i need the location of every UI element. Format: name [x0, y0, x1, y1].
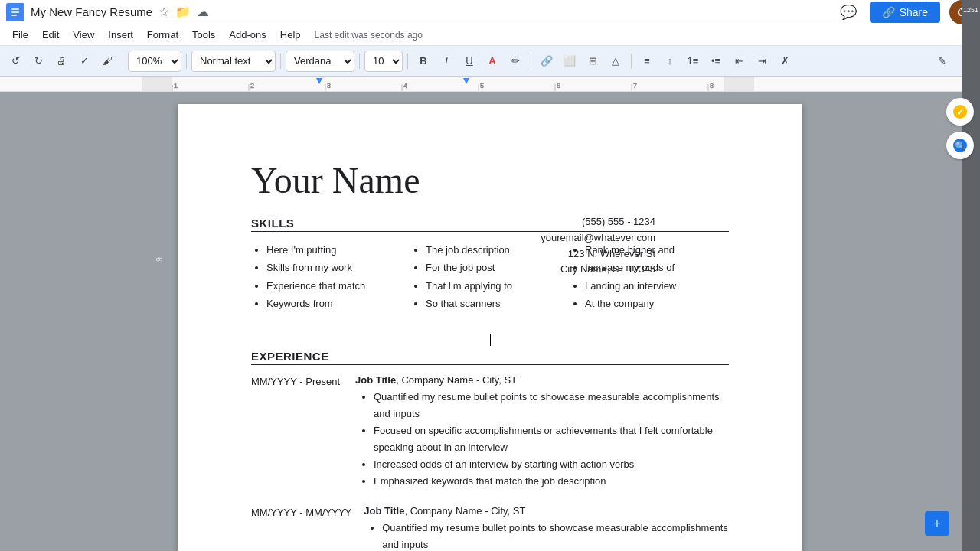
zoom-select[interactable]: 100% 75% 150%	[128, 51, 181, 72]
share-icon: 🔗	[882, 6, 895, 18]
menu-file[interactable]: File	[6, 28, 34, 42]
skills-title: SKILLS	[251, 217, 729, 232]
page-area[interactable]: ☰ 2 3 4 5 6 Your Name (555) 555 - 1234 y…	[0, 92, 980, 551]
insert-drawing-button[interactable]: △	[605, 51, 626, 72]
menu-bar: File Edit View Insert Format Tools Add-o…	[0, 24, 980, 46]
svg-text:✓: ✓	[956, 107, 964, 118]
paint-format-button[interactable]: 🖌	[96, 51, 118, 72]
separator	[186, 54, 187, 69]
title-bar: My New Fancy Resume ☆ 📁 ☁ 💬 🔗 Share G	[0, 0, 980, 24]
explore-icon[interactable]: 🔍	[946, 132, 974, 159]
menu-insert[interactable]: Insert	[102, 28, 139, 42]
resume-header: Your Name (555) 555 - 1234 youremail@wha…	[251, 159, 729, 201]
phone: (555) 555 - 1234	[541, 214, 655, 230]
address2: City Name, ST 12345	[541, 262, 655, 278]
svg-text:2: 2	[250, 82, 254, 90]
right-sidebar: ✓ 🔍	[940, 92, 980, 165]
job-dates-1: MM/YYYY - Present	[251, 374, 343, 491]
email: youremail@whatever.com	[541, 230, 655, 246]
menu-tools[interactable]: Tools	[186, 28, 221, 42]
redo-button[interactable]: ↻	[28, 51, 49, 72]
cloud-icon[interactable]: ☁	[197, 5, 209, 19]
job-title-1: Job Title, Company Name - City, ST	[355, 374, 729, 386]
svg-text:4: 4	[403, 82, 407, 90]
spelling-check-icon[interactable]: ✓	[946, 98, 974, 126]
menu-edit[interactable]: Edit	[36, 28, 65, 42]
separator	[531, 54, 531, 69]
job-dates-2: MM/YYYY - MM/YYYY	[251, 505, 351, 551]
insert-image-button[interactable]: ⬜	[559, 51, 580, 72]
doc-icon	[6, 3, 24, 21]
skill-item: Skills from my work	[266, 259, 410, 276]
text-color-button[interactable]: A	[482, 51, 503, 72]
skills-grid: Here I'm putting Skills from my work Exp…	[251, 241, 729, 313]
svg-text:3: 3	[327, 82, 331, 90]
bullet-list-button[interactable]: •≡	[705, 51, 727, 72]
numbered-list-button[interactable]: 1≡	[682, 51, 704, 72]
bullet-item: Quantified my resume bullet points to sh…	[382, 520, 729, 551]
align-button[interactable]: ≡	[636, 51, 658, 72]
share-button[interactable]: 🔗 Share	[870, 2, 940, 23]
job-bullets-2: Quantified my resume bullet points to sh…	[364, 520, 729, 551]
undo-button[interactable]: ↺	[5, 51, 26, 72]
job-company-2: , Company Name - City, ST	[404, 505, 525, 517]
address1: 123 N. Wherever St	[541, 246, 655, 262]
print-button[interactable]: 🖨	[51, 51, 72, 72]
skill-item: Here I'm putting	[266, 241, 410, 259]
document-title[interactable]: My New Fancy Resume	[31, 5, 152, 18]
job-details-2: Job Title, Company Name - City, ST Quant…	[364, 505, 729, 551]
menu-help[interactable]: Help	[274, 28, 307, 42]
separator	[631, 54, 632, 69]
cursor-area[interactable]	[251, 331, 729, 347]
svg-rect-3	[11, 15, 17, 16]
skill-item: That I'm applying to	[426, 277, 570, 295]
menu-view[interactable]: View	[67, 28, 100, 42]
bullet-item: Focused on specific accomplishments or a…	[374, 422, 729, 456]
bullet-item: Emphasized keywords that match the job d…	[374, 473, 729, 490]
skill-item: Landing an interview	[585, 277, 729, 295]
underline-button[interactable]: U	[459, 51, 480, 72]
spellcheck-button[interactable]: ✓	[74, 51, 95, 72]
star-icon[interactable]: ☆	[158, 5, 169, 19]
line-spacing-button[interactable]: ↕	[659, 51, 681, 72]
edit-mode-button[interactable]: ✎	[931, 51, 952, 72]
separator	[359, 54, 360, 69]
insert-table-button[interactable]: ⊞	[582, 51, 603, 72]
clear-format-button[interactable]: ✗	[774, 51, 795, 72]
title-icons: ☆ 📁 ☁	[158, 5, 209, 19]
folder-icon[interactable]: 📁	[175, 5, 191, 19]
menu-addons[interactable]: Add-ons	[223, 28, 272, 42]
link-button[interactable]: 🔗	[536, 51, 557, 72]
skills-section: SKILLS Here I'm putting Skills from my w…	[251, 217, 729, 347]
size-select[interactable]: 10 11 12 14	[364, 51, 403, 72]
document-page[interactable]: Your Name (555) 555 - 1234 youremail@wha…	[178, 104, 802, 551]
style-select[interactable]: Normal text Heading 1 Heading 2 Title	[191, 51, 276, 72]
font-select[interactable]: Verdana Arial Times New Roman	[286, 51, 354, 72]
toolbar: ↺ ↻ 🖨 ✓ 🖌 100% 75% 150% Normal text Head…	[0, 46, 980, 77]
last-edit: Last edit was seconds ago	[315, 30, 423, 41]
italic-button[interactable]: I	[436, 51, 457, 72]
contact-info: (555) 555 - 1234 youremail@whatever.com …	[541, 214, 655, 278]
add-comment-button[interactable]: +	[925, 511, 949, 536]
outline-icon[interactable]: ☰	[145, 116, 157, 133]
svg-rect-1	[11, 8, 19, 10]
separator	[122, 54, 123, 69]
bullet-item: Quantified my resume bullet points to sh…	[374, 389, 729, 422]
decrease-indent-button[interactable]: ⇤	[728, 51, 750, 72]
job-title-bold-2: Job Title	[364, 505, 404, 517]
comment-button[interactable]: 💬	[836, 0, 861, 24]
job-entry-1: MM/YYYY - Present Job Title, Company Nam…	[251, 374, 729, 491]
collapse-panel-button[interactable]: ›	[958, 3, 962, 15]
increase-indent-button[interactable]: ⇥	[751, 51, 773, 72]
job-title-2: Job Title, Company Name - City, ST	[364, 505, 729, 517]
skill-item: Experience that match	[266, 277, 410, 295]
svg-text:🔍: 🔍	[955, 140, 966, 152]
menu-format[interactable]: Format	[141, 28, 185, 42]
highlight-button[interactable]: ✏	[505, 51, 526, 72]
svg-rect-2	[11, 11, 19, 13]
page-number: 1251	[963, 6, 978, 14]
job-title-bold-1: Job Title	[355, 374, 396, 386]
bold-button[interactable]: B	[413, 51, 434, 72]
experience-section: EXPERIENCE MM/YYYY - Present Job Title, …	[251, 350, 729, 551]
skill-item: So that scanners	[426, 295, 570, 312]
